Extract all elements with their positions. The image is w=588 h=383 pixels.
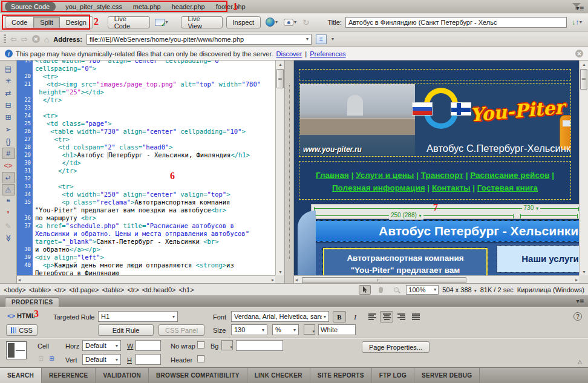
merge-cells-icon[interactable]: ⊡ xyxy=(36,355,45,362)
code-line[interactable]: Хельсинки и обратно. Цены и места отправ… xyxy=(17,230,275,238)
code-vertical-scrollbar[interactable]: ▲ ▼ xyxy=(275,61,284,275)
results-tab-server-debug[interactable]: SERVER DEBUG xyxy=(414,368,480,383)
code-line[interactable]: 39<div align="left"> xyxy=(17,254,275,261)
cell-height-input[interactable] xyxy=(136,354,161,365)
inspect-button[interactable]: Inspect xyxy=(226,16,261,28)
site-header-block[interactable]: www.you-piter.ru You-Piter Автобус С.Пет… xyxy=(299,83,571,157)
site-menu-link[interactable]: Полезная информация xyxy=(332,183,425,192)
table-width-bar[interactable]: 730 ▾ 250 (288) ▾ xyxy=(311,204,579,219)
source-code-tab[interactable]: Source Code xyxy=(5,2,56,11)
check-page-icon[interactable]: ▾ xyxy=(154,16,169,28)
code-line[interactable]: 22 </tr> xyxy=(17,96,275,104)
code-line[interactable]: Петербурга в Финляндию xyxy=(17,269,275,275)
toolbar-grip[interactable] xyxy=(4,34,6,44)
code-line[interactable]: 30 </td> xyxy=(17,159,275,167)
scroll-up-icon[interactable]: ▲ xyxy=(276,61,284,68)
related-file-tab[interactable]: you_piter_style.css xyxy=(65,3,122,10)
related-file-tab[interactable]: header.php xyxy=(172,3,205,10)
code-line[interactable]: 23 xyxy=(17,104,275,112)
balance-braces-icon[interactable]: {} xyxy=(2,136,15,147)
related-file-tab[interactable]: footer.php xyxy=(216,3,246,10)
results-tab-validation[interactable]: VALIDATION xyxy=(96,368,149,383)
edit-rule-button[interactable]: Edit Rule xyxy=(98,324,154,336)
results-tab-site-reports[interactable]: SITE REPORTS xyxy=(310,368,372,383)
results-tab-browser-compatibility[interactable]: BROWSER COMPATIBILITY xyxy=(149,368,247,383)
site-menu-link[interactable]: Услуги и цены xyxy=(356,171,414,180)
window-size-indicator[interactable]: 504 x 388 ▾ xyxy=(442,286,476,293)
code-line[interactable]: 20 <tr> xyxy=(17,73,275,80)
select-tool-icon[interactable] xyxy=(359,285,371,295)
site-menu-link[interactable]: Контакты xyxy=(432,183,471,192)
live-view-options-icon[interactable]: ≡ xyxy=(316,34,327,44)
magnification-select[interactable]: 100%▾ xyxy=(406,285,439,295)
code-line[interactable]: 24 <tr> xyxy=(17,112,275,120)
code-line[interactable]: cellspacing="0"> xyxy=(17,65,275,73)
tag-selector-item[interactable]: <table> xyxy=(29,286,51,293)
visual-aids-icon[interactable]: ▾ xyxy=(283,16,298,28)
site-menu-link[interactable]: Транспорт xyxy=(421,171,463,180)
css-panel-button[interactable]: CSS Panel xyxy=(158,324,204,336)
tag-selector-item[interactable]: <td.page> xyxy=(69,286,99,293)
code-line[interactable]: 25 <td class="page"> xyxy=(17,120,275,128)
code-line[interactable]: 31 </tr> xyxy=(17,167,275,175)
tag-selector-item[interactable]: <tr> xyxy=(54,286,66,293)
split-view-button[interactable]: Split xyxy=(33,16,59,28)
code-line[interactable]: 28 <td colspan="2" class="head0"> xyxy=(17,143,275,151)
code-line[interactable]: "You-Piter" предлагает вам поездки на ав… xyxy=(17,206,275,214)
code-scrollbar-thumb[interactable] xyxy=(276,69,284,88)
pane-splitter[interactable] xyxy=(284,61,294,283)
collapse-selection-icon[interactable]: ⊟ xyxy=(2,99,15,111)
related-file-tab[interactable]: meta.php xyxy=(133,3,161,10)
inner-width-marker[interactable]: 250 (288) ▾ xyxy=(389,212,423,220)
forward-icon[interactable]: ⇨ xyxy=(21,35,28,43)
site-menu-link[interactable]: Главная xyxy=(316,171,349,180)
font-select[interactable]: Verdana, Arial, Helvetica, sans-serif▾ xyxy=(231,311,329,322)
code-line[interactable]: height="25"></td> xyxy=(17,88,275,96)
code-line[interactable]: 40 <p>Каждый день многие люди отправляют… xyxy=(17,261,275,269)
code-line[interactable]: 35 <p class="reclama">Автотранспортная к… xyxy=(17,198,275,206)
page-content-row[interactable]: Автотранспортная компания "You-Piter" пр… xyxy=(316,243,579,275)
design-view-pane[interactable]: www.you-piter.ru You-Piter Автобус С.Пет… xyxy=(294,61,588,283)
site-menu-block[interactable]: Главная | Услуги и цены | Транспорт | Ра… xyxy=(299,161,571,200)
code-view-button[interactable]: Code xyxy=(5,16,34,28)
reclama-box[interactable]: Автотранспортная компания "You-Piter" пр… xyxy=(323,248,488,275)
properties-tab[interactable]: PROPERTIES xyxy=(5,297,59,307)
site-menu-link[interactable]: Гостевая книга xyxy=(477,183,538,192)
remove-comment-icon[interactable]: ❜ xyxy=(2,208,15,220)
stop-icon[interactable]: ✕ xyxy=(32,35,40,43)
targeted-rule-select[interactable]: H1▾ xyxy=(98,311,178,322)
tag-selector-item[interactable]: <h1> xyxy=(179,286,194,293)
page-h1-banner[interactable]: Автобус Петербург - Хельсинки xyxy=(316,220,579,242)
tag-selector-item[interactable]: <body> xyxy=(4,286,26,293)
text-color-input[interactable]: White xyxy=(318,324,356,335)
code-line[interactable]: 21 <td><img src="images/page_top.png" al… xyxy=(17,80,275,88)
vert-select[interactable]: Default▾ xyxy=(82,354,121,365)
apply-comment-icon[interactable]: ❝ xyxy=(2,196,15,208)
site-menu-link[interactable]: Расписание рейсов xyxy=(470,171,549,180)
align-center-icon[interactable] xyxy=(380,311,393,322)
header-checkbox[interactable] xyxy=(197,355,204,362)
tag-selector-item[interactable]: <tr> xyxy=(127,286,139,293)
services-box[interactable]: Наши услуги xyxy=(497,246,579,272)
results-tab-link-checker[interactable]: LINK CHECKER xyxy=(247,368,310,383)
code-line[interactable]: 27 <tr> xyxy=(17,136,275,143)
no-wrap-checkbox[interactable] xyxy=(197,341,204,349)
page-top-row[interactable] xyxy=(299,69,571,80)
highlight-invalid-code-icon[interactable]: <> xyxy=(2,160,15,171)
format-source-code-icon[interactable]: ✎ xyxy=(2,220,15,232)
html-mode-button[interactable]: <> HTML xyxy=(7,312,35,319)
horz-select[interactable]: Default▾ xyxy=(82,340,121,351)
bg-color-swatch[interactable]: ▾ xyxy=(221,340,233,350)
design-hscroll-thumb[interactable] xyxy=(302,277,466,283)
preferences-link[interactable]: Preferences xyxy=(310,50,345,57)
split-cell-icon[interactable]: ⊞ xyxy=(47,355,56,362)
results-panel-menu-icon[interactable]: ▾≣ xyxy=(577,5,584,378)
tag-selector-item[interactable]: <table> xyxy=(102,286,125,293)
collapse-full-tag-icon[interactable]: ⇄ xyxy=(2,87,15,99)
code-line[interactable]: 29 <h1>Автобус Петербург - Хельсинки, Фи… xyxy=(17,151,275,159)
preview-in-browser-icon[interactable]: ▾ xyxy=(264,16,279,28)
results-tab-search[interactable]: SEARCH xyxy=(0,368,42,383)
size-select[interactable]: 130▾ xyxy=(231,324,267,335)
code-line[interactable]: 19<table width="780" align="center" cell… xyxy=(17,61,275,65)
code-line[interactable]: 34 <td width="250" align="center" valign… xyxy=(17,191,275,198)
